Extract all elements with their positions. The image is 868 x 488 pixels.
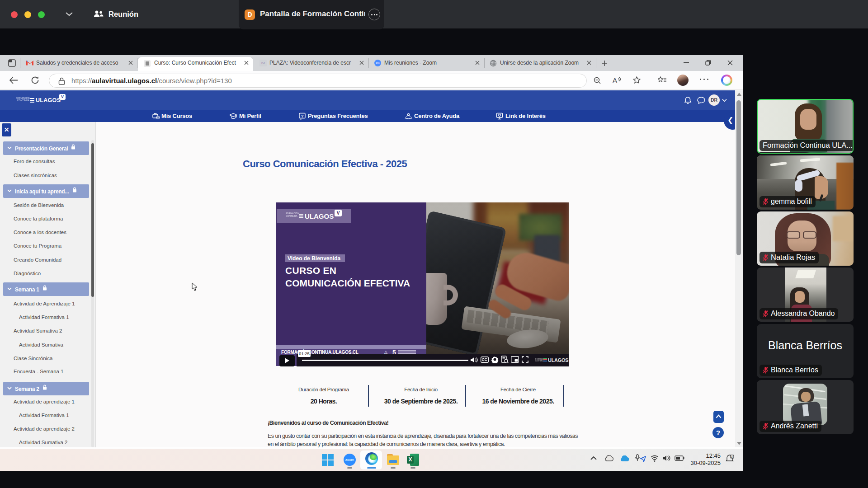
svg-text:A: A [613, 76, 617, 84]
svg-text:z: z [731, 455, 732, 458]
svg-text:?: ? [301, 114, 304, 118]
